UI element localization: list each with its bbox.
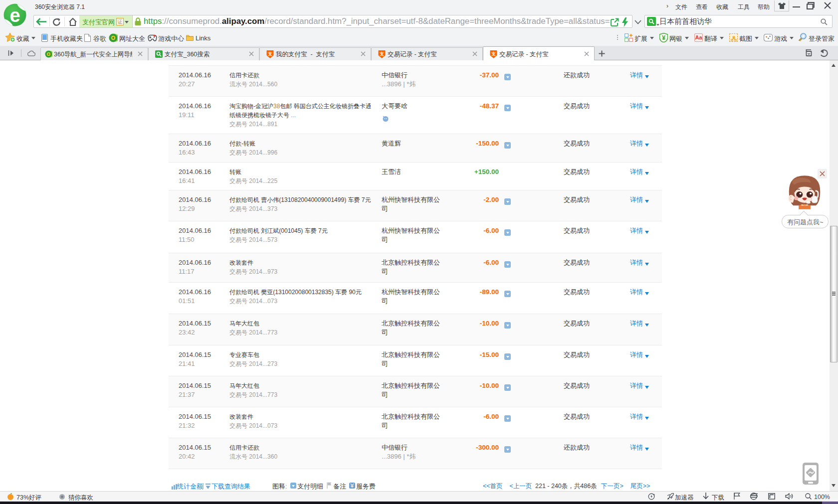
svg-text:支: 支 <box>491 51 496 56</box>
svg-text:支: 支 <box>267 51 272 56</box>
svg-text:e: e <box>9 5 20 26</box>
svg-text:支: 支 <box>379 51 384 56</box>
svg-text:¥: ¥ <box>662 34 665 41</box>
